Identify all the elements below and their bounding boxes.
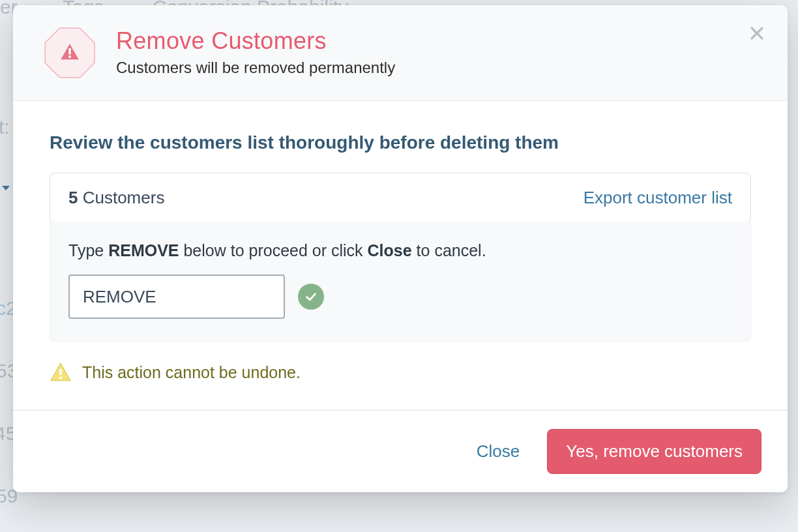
- confirm-input-row: [68, 274, 732, 319]
- bg-caret-icon: [1, 184, 10, 193]
- confirm-text-prefix: Type: [68, 241, 108, 259]
- confirm-close-word: Close: [368, 241, 412, 259]
- confirm-remove-input[interactable]: [68, 274, 285, 319]
- bg-side-label: t:: [0, 116, 10, 138]
- review-heading: Review the customers list thoroughly bef…: [50, 132, 751, 153]
- svg-point-3: [68, 55, 71, 58]
- confirm-keyword: REMOVE: [108, 241, 179, 259]
- warning-triangle-icon: [50, 361, 72, 383]
- confirm-text-suffix: to cancel.: [412, 241, 486, 259]
- modal-body: Review the customers list thoroughly bef…: [13, 101, 788, 409]
- confirm-text-middle: below to proceed or click: [179, 241, 368, 259]
- confirm-valid-icon: [298, 284, 324, 310]
- close-icon-button[interactable]: [746, 22, 768, 44]
- modal-footer: Close Yes, remove customers: [13, 409, 788, 492]
- customer-count: 5 Customers: [68, 188, 164, 208]
- modal-subtitle: Customers will be removed permanently: [116, 59, 395, 77]
- close-icon: [749, 25, 765, 41]
- svg-rect-2: [68, 48, 70, 54]
- modal-title: Remove Customers: [116, 27, 395, 55]
- customer-summary-box: 5 Customers Export customer list: [50, 173, 751, 223]
- svg-point-6: [59, 376, 62, 379]
- customer-count-number: 5: [68, 188, 78, 207]
- undone-warning: This action cannot be undone.: [50, 361, 751, 383]
- modal-title-group: Remove Customers Customers will be remov…: [116, 25, 395, 77]
- confirm-box: Type REMOVE below to proceed or click Cl…: [50, 222, 751, 342]
- undone-warning-text: This action cannot be undone.: [82, 363, 301, 382]
- confirm-remove-button[interactable]: Yes, remove customers: [547, 429, 761, 474]
- export-customer-list-link[interactable]: Export customer list: [584, 188, 732, 208]
- modal-header: Remove Customers Customers will be remov…: [13, 5, 788, 101]
- svg-rect-5: [59, 369, 61, 376]
- confirm-instruction: Type REMOVE below to proceed or click Cl…: [68, 241, 732, 260]
- warning-octagon-icon: [42, 25, 98, 81]
- remove-customers-modal: Remove Customers Customers will be remov…: [13, 5, 788, 492]
- close-button[interactable]: Close: [471, 437, 525, 466]
- customer-count-label: Customers: [83, 188, 165, 207]
